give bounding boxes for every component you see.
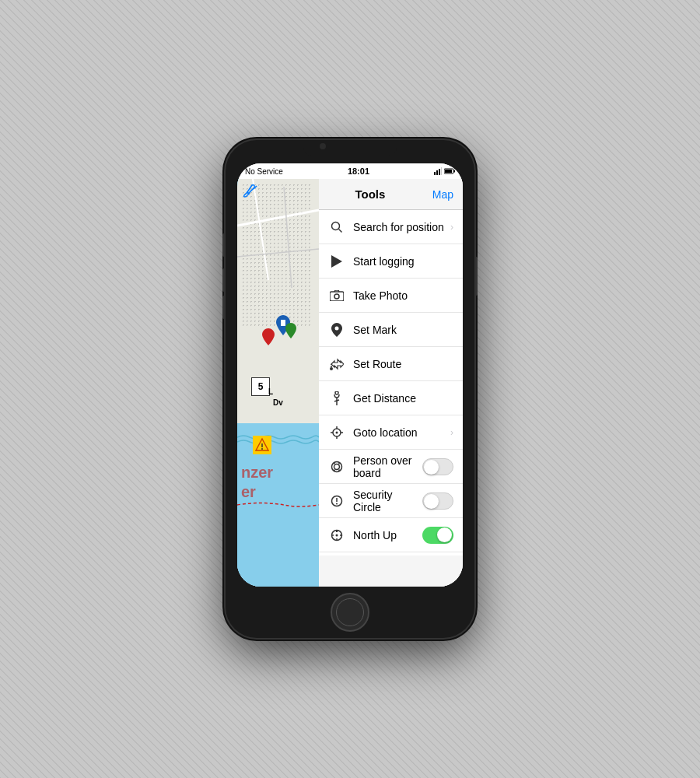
- phone-screen: No Service 18:01: [237, 163, 463, 587]
- tools-icon[interactable]: [241, 183, 258, 203]
- north-up-toggle[interactable]: [422, 527, 453, 544]
- nav-title: Tools: [308, 187, 432, 201]
- map-button[interactable]: Map: [432, 188, 453, 201]
- status-carrier: No Service: [245, 167, 283, 176]
- person-over-board-toggle[interactable]: [422, 458, 453, 475]
- svg-rect-3: [441, 167, 442, 175]
- menu-footer: [319, 555, 463, 587]
- chevron-right-icon-2: ›: [450, 427, 453, 438]
- wrench-icon: [241, 183, 258, 200]
- svg-rect-5: [453, 170, 455, 173]
- menu-item-start-logging[interactable]: Start logging: [319, 244, 463, 279]
- menu-item-set-route[interactable]: Set Route: [319, 347, 463, 381]
- map-marker-red: [262, 328, 275, 349]
- menu-item-disable-sleep[interactable]: Disable Sleep Mode: [319, 552, 463, 555]
- svg-line-35: [334, 462, 335, 464]
- toggle-thumb: [424, 460, 439, 475]
- home-button[interactable]: [331, 593, 369, 632]
- svg-point-34: [334, 464, 340, 469]
- svg-marker-17: [331, 255, 342, 268]
- person-over-board-label: Person over board: [353, 454, 422, 479]
- exclamation-icon: [328, 492, 345, 510]
- menu-panel: Tools Map Search for position: [319, 179, 463, 587]
- map-label-l: L: [268, 387, 273, 396]
- svg-point-24: [335, 391, 338, 394]
- svg-rect-2: [439, 169, 440, 175]
- north-up-label: North Up: [353, 529, 422, 541]
- status-time: 18:01: [348, 166, 369, 176]
- svg-line-16: [339, 229, 342, 232]
- map-label-dv: Dv: [273, 398, 283, 407]
- goto-location-label: Goto location: [353, 426, 450, 439]
- chevron-right-icon: ›: [450, 222, 453, 233]
- signal-icon: [434, 167, 442, 175]
- map-route-line: [237, 497, 319, 513]
- search-icon: [328, 219, 345, 236]
- map-warning-sign: [253, 436, 271, 454]
- security-circle-label: Security Circle: [353, 489, 422, 513]
- crosshair-icon: [328, 424, 345, 441]
- svg-rect-1: [436, 170, 438, 175]
- svg-line-38: [339, 469, 340, 471]
- map-waves: [237, 431, 319, 447]
- set-route-label: Set Route: [353, 358, 453, 370]
- menu-item-person-over-board[interactable]: Person over board: [319, 450, 463, 484]
- phone-camera: [320, 143, 326, 149]
- svg-line-37: [334, 469, 335, 471]
- start-logging-label: Start logging: [353, 255, 453, 268]
- menu-list: Search for position › Start logging: [319, 210, 463, 555]
- svg-point-19: [334, 294, 339, 299]
- camera-icon: [328, 287, 345, 304]
- svg-point-14: [261, 448, 263, 450]
- svg-marker-21: [331, 359, 344, 369]
- menu-item-goto-location[interactable]: Goto location ›: [319, 415, 463, 450]
- map-number: 5: [258, 381, 264, 392]
- status-indicators: [434, 167, 455, 175]
- compass-icon: [328, 527, 345, 544]
- svg-line-26: [334, 400, 339, 401]
- svg-line-36: [339, 462, 340, 464]
- warning-icon: [254, 437, 270, 453]
- svg-point-47: [336, 534, 338, 536]
- menu-item-take-photo[interactable]: Take Photo: [319, 279, 463, 313]
- lifebuoy-icon: [328, 458, 345, 475]
- navigation-bar: Tools Map: [319, 179, 463, 210]
- map-text-bottom: nzer: [241, 464, 273, 482]
- battery-icon: [444, 168, 455, 174]
- svg-point-41: [336, 503, 338, 504]
- svg-rect-18: [330, 292, 344, 301]
- map-number-box: 5: [251, 377, 270, 396]
- svg-point-28: [336, 431, 338, 433]
- menu-item-get-distance[interactable]: Get Distance: [319, 381, 463, 415]
- menu-item-north-up[interactable]: North Up: [319, 518, 463, 552]
- svg-line-9: [284, 187, 292, 288]
- map-panel: 5 L Dv nzer er: [237, 179, 319, 587]
- menu-item-security-circle[interactable]: Security Circle: [319, 484, 463, 518]
- svg-point-22: [330, 367, 333, 370]
- set-mark-label: Set Mark: [353, 324, 453, 336]
- svg-point-20: [335, 326, 339, 330]
- svg-point-33: [332, 461, 342, 471]
- menu-item-set-mark[interactable]: Set Mark: [319, 313, 463, 347]
- home-button-ring: [336, 598, 364, 626]
- get-distance-label: Get Distance: [353, 392, 453, 405]
- pin-icon: [328, 321, 345, 338]
- security-circle-toggle[interactable]: [422, 492, 453, 510]
- toggle-thumb-2: [424, 494, 439, 509]
- map-marker-green: [285, 323, 296, 342]
- svg-rect-0: [434, 172, 436, 175]
- status-bar: No Service 18:01: [237, 163, 463, 179]
- menu-item-search-position[interactable]: Search for position ›: [319, 210, 463, 244]
- phone-notch: [303, 146, 397, 156]
- distance-icon: [328, 390, 345, 407]
- play-icon: [328, 253, 345, 270]
- phone-device: No Service 18:01: [226, 140, 474, 638]
- screen-content: 5 L Dv nzer er: [237, 179, 463, 587]
- route-icon: [328, 356, 345, 373]
- take-photo-label: Take Photo: [353, 289, 453, 302]
- toggle-thumb-3: [437, 527, 452, 542]
- search-position-label: Search for position: [353, 221, 450, 233]
- svg-line-7: [237, 210, 319, 226]
- svg-line-10: [237, 249, 319, 257]
- svg-rect-6: [445, 170, 452, 173]
